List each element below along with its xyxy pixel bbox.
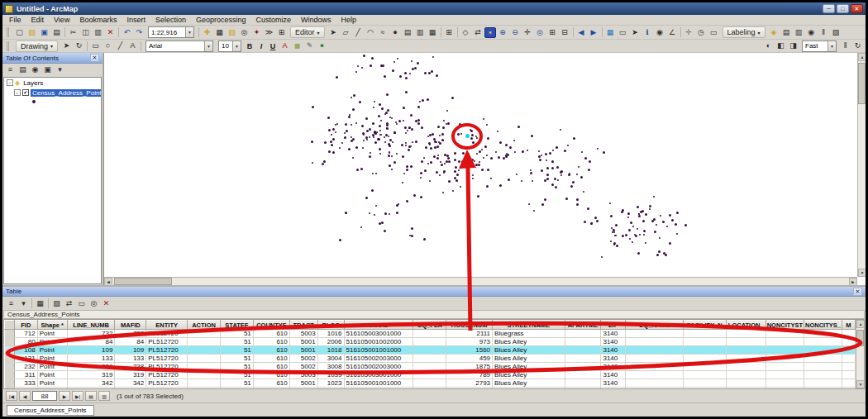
rectangle-tool-icon[interactable]: ▭ bbox=[90, 40, 102, 51]
lock-labels-icon[interactable]: ◉ bbox=[805, 27, 817, 38]
cell[interactable] bbox=[726, 371, 765, 379]
select-by-attributes-icon[interactable]: ▧ bbox=[51, 298, 63, 309]
edit-tool-icon[interactable]: ➤ bbox=[327, 27, 339, 38]
collapse-icon[interactable]: − bbox=[7, 79, 13, 86]
table-options-icon[interactable]: ≡ bbox=[6, 298, 17, 309]
cell[interactable] bbox=[842, 346, 855, 355]
scroll-right-icon[interactable]: ▶ bbox=[849, 278, 857, 285]
scrollbar-thumb[interactable] bbox=[856, 330, 864, 346]
font-color-icon[interactable]: A bbox=[279, 40, 291, 51]
cell[interactable]: 3140 bbox=[601, 371, 626, 379]
open-map-icon[interactable]: ▧ bbox=[26, 27, 38, 38]
cell[interactable]: 3140 bbox=[601, 388, 626, 390]
last-record-button[interactable]: ▶| bbox=[72, 391, 83, 401]
copy-icon[interactable]: ◫ bbox=[80, 27, 92, 38]
cell[interactable] bbox=[842, 371, 855, 379]
column-header-line-numb[interactable]: LINE_NUMB bbox=[67, 321, 115, 330]
toc-options-icon[interactable]: ▾ bbox=[55, 64, 66, 75]
cell[interactable]: Blues Alley bbox=[493, 388, 565, 390]
sketch-properties-icon[interactable]: ▥ bbox=[414, 27, 426, 38]
cell[interactable]: 108 bbox=[14, 346, 37, 355]
paste-icon[interactable]: ▥ bbox=[93, 27, 104, 38]
cell[interactable] bbox=[626, 355, 684, 363]
cell[interactable]: 5001 bbox=[289, 338, 317, 346]
cell[interactable]: 5002 bbox=[289, 355, 317, 363]
column-header-gq-fla[interactable]: GQ_FLA bbox=[413, 321, 446, 330]
cell[interactable] bbox=[626, 363, 684, 371]
cell[interactable]: 319 bbox=[67, 371, 115, 379]
close-icon[interactable]: ✕ bbox=[90, 54, 99, 62]
column-header-facility-n[interactable]: FACILITY_N bbox=[683, 321, 726, 330]
drawing-menu-button[interactable]: Drawing ▾ bbox=[16, 40, 58, 52]
cell[interactable]: Blues Alley bbox=[493, 355, 565, 363]
cell[interactable]: 3140 bbox=[601, 330, 626, 338]
select-features-icon[interactable]: ▦ bbox=[604, 27, 616, 38]
rotate-element-icon[interactable]: ↻ bbox=[74, 40, 85, 51]
cell[interactable]: Blues Alley bbox=[493, 371, 565, 379]
cell[interactable]: 311 bbox=[14, 371, 37, 379]
cell[interactable] bbox=[842, 338, 855, 346]
column-header-statef[interactable]: STATEF bbox=[220, 321, 253, 330]
row-selector[interactable] bbox=[5, 330, 15, 338]
cell[interactable]: Point bbox=[37, 338, 67, 346]
collapse-icon[interactable]: − bbox=[14, 89, 21, 96]
labeling-menu-button[interactable]: Labeling ▾ bbox=[723, 26, 765, 38]
cell[interactable] bbox=[565, 379, 601, 388]
effects-icon[interactable]: ◐ bbox=[763, 40, 775, 51]
cell[interactable]: 516105001002000 bbox=[344, 338, 413, 346]
column-header-location[interactable]: LOCATION_ bbox=[726, 321, 765, 330]
cell[interactable]: 516105003001000 bbox=[344, 330, 413, 338]
cell[interactable] bbox=[804, 363, 842, 371]
search-window-icon[interactable]: ◎ bbox=[239, 27, 250, 38]
cell[interactable]: 610 bbox=[253, 379, 289, 388]
underline-button[interactable]: U bbox=[268, 40, 279, 51]
cell[interactable]: 1016 bbox=[317, 330, 344, 338]
measure-icon[interactable]: ∠ bbox=[666, 27, 678, 38]
bold-button[interactable]: B bbox=[245, 40, 255, 51]
cell[interactable] bbox=[188, 330, 221, 338]
cell[interactable]: 516105001001000 bbox=[344, 379, 413, 388]
cell[interactable]: 394 bbox=[446, 388, 493, 390]
cell[interactable] bbox=[565, 371, 601, 379]
cell[interactable]: 51 bbox=[220, 355, 253, 363]
editor-menu-button[interactable]: Editor ▾ bbox=[290, 26, 325, 38]
table-vertical-scrollbar[interactable]: ▲ ▼ bbox=[856, 320, 864, 388]
cell[interactable] bbox=[413, 379, 446, 388]
arc-segment-icon[interactable]: ◠ bbox=[365, 27, 376, 38]
spatial-adjustment-icon[interactable]: ⇄ bbox=[472, 27, 484, 38]
cell[interactable] bbox=[804, 338, 842, 346]
cell[interactable] bbox=[765, 338, 804, 346]
map-vertical-scrollbar[interactable]: ▲ ▼ bbox=[857, 53, 866, 277]
cell[interactable]: 568 bbox=[14, 388, 37, 390]
column-header-fid[interactable]: FID bbox=[14, 321, 37, 330]
cell[interactable]: 109 bbox=[67, 346, 115, 355]
cell[interactable]: 516105002003000 bbox=[344, 363, 413, 371]
cell[interactable]: 5001 bbox=[289, 346, 317, 355]
cell[interactable] bbox=[413, 338, 446, 346]
cell[interactable]: Blues Alley bbox=[493, 338, 565, 346]
snapping-icon[interactable]: ⊞ bbox=[443, 27, 455, 38]
cell[interactable] bbox=[413, 388, 446, 390]
cell[interactable] bbox=[765, 379, 804, 388]
cell[interactable] bbox=[804, 388, 842, 390]
cell[interactable]: 1875 bbox=[446, 363, 493, 371]
line-tool-icon[interactable]: ╱ bbox=[115, 40, 126, 51]
column-header-geoid[interactable]: GEOID bbox=[344, 321, 413, 330]
cell[interactable] bbox=[804, 330, 842, 338]
menu-file[interactable]: File bbox=[4, 16, 26, 24]
forward-extent-icon[interactable]: ▶ bbox=[588, 27, 599, 38]
cell[interactable]: 732 bbox=[115, 330, 146, 338]
cell[interactable]: 3140 bbox=[601, 379, 626, 388]
globe-icon[interactable]: ✶ bbox=[484, 27, 496, 38]
cell[interactable]: 789 bbox=[446, 371, 493, 379]
cell[interactable]: 1560 bbox=[446, 346, 493, 355]
cell[interactable] bbox=[842, 379, 855, 388]
cell[interactable]: 342 bbox=[115, 379, 146, 388]
table-row[interactable]: 311Point319319PL512720516105003103951610… bbox=[5, 371, 856, 379]
column-header-mafid[interactable]: MAFID bbox=[115, 321, 146, 330]
cell[interactable] bbox=[188, 371, 221, 379]
select-elements-icon[interactable]: ➤ bbox=[629, 27, 641, 38]
cell[interactable]: 973 bbox=[446, 338, 493, 346]
current-record-input[interactable]: 88 bbox=[32, 391, 57, 401]
font-family-combo[interactable]: Arial ▼ bbox=[145, 40, 213, 52]
